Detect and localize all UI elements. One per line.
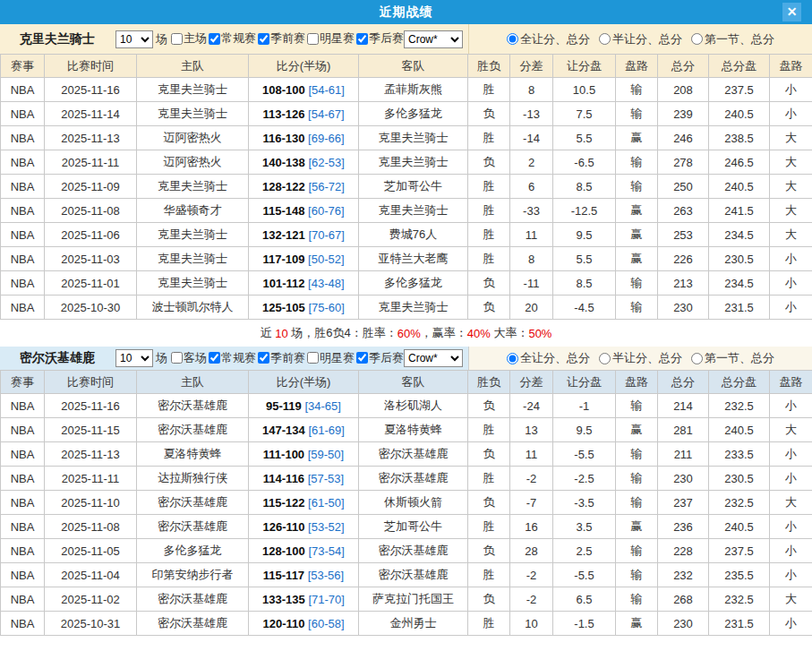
modal-titlebar: 近期战绩 ✕ [0,0,812,24]
result-cell: 负 [468,539,510,563]
checkbox-input[interactable] [209,352,220,364]
close-icon[interactable]: ✕ [782,3,801,21]
total-line-cell: 230.5 [709,467,770,491]
filter-checkbox[interactable]: 常规赛 [207,350,256,366]
date-cell: 2025-11-13 [45,126,137,150]
handicap-line-cell: -5.5 [553,563,616,587]
column-header: 主队 [137,55,249,78]
score-cell: 115-117 [53-56] [249,563,359,587]
radio-input[interactable] [507,33,518,45]
total-points-cell: 250 [658,175,709,199]
halftime-score: [60-58] [304,617,344,630]
league-cell: NBA [1,491,45,515]
date-cell: 2025-11-08 [45,515,137,539]
halftime-score: [61-50] [304,496,344,510]
checkbox-input[interactable] [171,33,183,45]
total-line-cell: 235.5 [709,563,770,587]
final-score: 128-122 [262,180,305,193]
cavaliers-filter-bar: 克里夫兰骑士 10 场 主场常规赛季前赛明星赛季后赛 Crow* 全让分、总分半… [0,24,812,54]
column-header: 总分 [658,55,709,78]
filter-checkbox[interactable]: 季前赛 [256,350,305,366]
scope-radio[interactable]: 全让分、总分 [507,350,590,366]
games-count-suffix: 场 [156,31,167,47]
radio-input[interactable] [599,33,611,45]
filter-checkbox[interactable]: 季后赛 [355,350,404,366]
halftime-score: [53-56] [304,569,344,582]
filter-checkbox-group: 客场常规赛季前赛明星赛季后赛 [169,350,404,367]
total-points-cell: 246 [658,126,709,150]
total-points-cell: 208 [658,78,709,102]
odds-type-select[interactable]: Crow* [404,30,463,48]
scope-radio[interactable]: 半让分、总分 [599,31,682,47]
game-row: NBA2025-11-01克里夫兰骑士101-112 [43-48]多伦多猛龙负… [1,271,812,296]
column-header: 盘路 [616,371,658,394]
point-diff-cell: 28 [510,539,553,563]
result-cell: 胜 [468,78,510,102]
radio-input[interactable] [691,353,703,364]
scope-radio[interactable]: 全让分、总分 [507,31,590,47]
games-count-select[interactable]: 10 [115,349,153,367]
point-diff-cell: -7 [510,491,553,515]
halftime-score: [75-60] [305,301,345,314]
checkbox-input[interactable] [209,33,220,45]
result-cell: 胜 [468,515,510,539]
scope-radio[interactable]: 第一节、总分 [691,350,774,366]
filter-checkbox[interactable]: 明星赛 [305,30,355,47]
result-cell: 负 [468,491,510,515]
total-points-cell: 237 [658,491,709,515]
final-score: 133-135 [262,593,305,606]
halftime-score: [53-52] [304,520,344,534]
point-diff-cell: 13 [510,418,553,442]
score-cell: 108-100 [54-61] [249,78,359,102]
radio-input[interactable] [599,353,611,364]
filter-checkbox[interactable]: 明星赛 [305,350,355,366]
checkbox-input[interactable] [171,352,183,364]
away-team-cell: 密尔沃基雄鹿 [359,442,468,467]
game-row: NBA2025-11-13迈阿密热火116-130 [69-66]克里夫兰骑士胜… [1,126,812,150]
date-cell: 2025-11-11 [45,467,137,491]
checkbox-input[interactable] [307,33,319,45]
handicap-line-cell: -6.5 [553,150,616,175]
checkbox-input[interactable] [258,33,269,45]
filter-checkbox[interactable]: 客场 [169,350,207,366]
odds-type-select[interactable]: Crow* [404,349,463,367]
scope-radio[interactable]: 半让分、总分 [599,350,682,366]
game-row: NBA2025-11-05多伦多猛龙128-100 [73-54]密尔沃基雄鹿负… [1,539,812,563]
checkbox-input[interactable] [356,352,368,364]
result-cell: 胜 [468,563,510,587]
over-under-cell: 大 [770,491,812,515]
column-header: 胜负 [468,371,510,394]
date-cell: 2025-11-02 [45,587,137,612]
result-cell: 负 [468,271,510,296]
score-cell: 128-100 [73-54] [249,539,359,563]
filter-checkbox[interactable]: 季前赛 [256,30,305,47]
total-line-cell: 230.5 [709,247,770,271]
games-count-select[interactable]: 10 [115,30,153,48]
checkbox-input[interactable] [356,33,368,45]
over-under-cell: 大 [770,418,812,442]
away-team-cell: 洛杉矶湖人 [359,394,468,418]
point-diff-cell: 16 [510,515,553,539]
total-line-cell: 238.5 [709,126,770,150]
handicap-result-cell: 赢 [616,223,658,247]
filter-checkbox[interactable]: 主场 [169,30,207,47]
game-row: NBA2025-11-15密尔沃基雄鹿147-134 [61-69]夏洛特黄蜂胜… [1,418,812,442]
radio-input[interactable] [507,353,518,364]
final-score: 95-119 [266,399,302,413]
filter-checkbox[interactable]: 常规赛 [207,30,256,47]
home-team-cell: 迈阿密热火 [137,126,249,150]
handicap-result-cell: 输 [616,102,658,126]
date-cell: 2025-11-14 [45,102,137,126]
checkbox-input[interactable] [258,352,269,364]
filter-checkbox[interactable]: 季后赛 [355,30,404,47]
scope-radio[interactable]: 第一节、总分 [691,31,774,47]
result-cell: 负 [468,296,510,320]
league-cell: NBA [1,271,45,296]
radio-input[interactable] [691,33,703,45]
league-cell: NBA [1,175,45,199]
total-line-cell: 237.5 [709,78,770,102]
home-team-cell: 密尔沃基雄鹿 [137,587,249,612]
halftime-score: [61-69] [305,424,345,437]
game-row: NBA2025-11-09克里夫兰骑士128-122 [56-72]芝加哥公牛胜… [1,175,812,199]
checkbox-input[interactable] [307,352,319,364]
